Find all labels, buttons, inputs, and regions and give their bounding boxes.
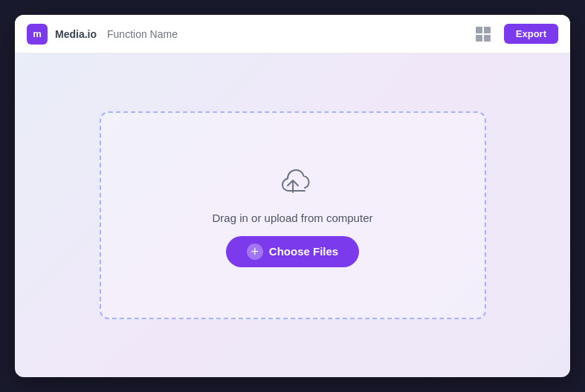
choose-files-button[interactable]: + Choose Files	[226, 236, 359, 267]
titlebar: m Media.io Function Name Export	[15, 15, 570, 53]
app-name: Media.io	[55, 28, 97, 40]
drag-text: Drag in or upload from computer	[213, 212, 373, 224]
app-logo: m	[27, 24, 48, 45]
export-button[interactable]: Export	[504, 24, 558, 44]
cloud-upload-icon	[272, 164, 314, 200]
grid-cell-2	[484, 27, 491, 33]
grid-cell-4	[484, 35, 491, 42]
plus-circle-icon: +	[247, 244, 263, 260]
grid-cell-3	[476, 35, 482, 42]
drop-zone[interactable]: Drag in or upload from computer + Choose…	[100, 111, 486, 319]
app-window: m Media.io Function Name Export Drag in …	[15, 15, 570, 377]
choose-files-label: Choose Files	[269, 245, 338, 258]
function-name: Function Name	[107, 28, 178, 40]
main-content: Drag in or upload from computer + Choose…	[15, 53, 570, 377]
grid-icon[interactable]	[476, 27, 491, 42]
grid-cell-1	[476, 27, 482, 33]
